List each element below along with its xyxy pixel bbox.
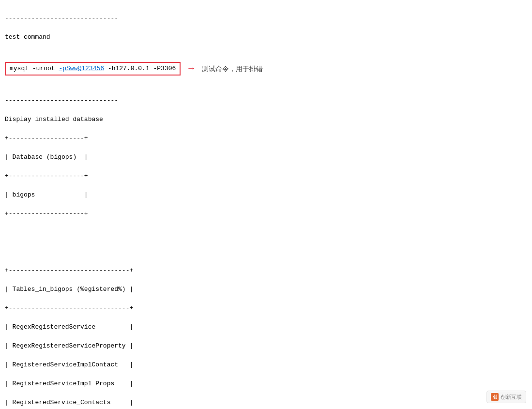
command-box: mysql -uroot -pSww@123456 -h127.0.0.1 -P…	[5, 62, 181, 76]
tables-row-4: | RegisteredServiceImpl_Props |	[5, 380, 133, 387]
tables-header: | Tables_in_bigops (%egistered%) |	[5, 286, 133, 293]
tables-sep: +--------------------------------+	[5, 304, 133, 312]
watermark: 创 创新互联	[486, 391, 526, 403]
tables-row-5: | RegisteredService_Contacts |	[5, 399, 133, 406]
command-prefix: mysql -uroot	[10, 65, 59, 72]
test-command-label: test command	[5, 33, 50, 41]
display-db-label: Display installed database	[5, 116, 103, 123]
db-table-header: | Database (bigops) |	[5, 153, 88, 161]
db-table-border-bot: +--------------------+	[5, 210, 88, 217]
terminal-output: ------------------------------ test comm…	[0, 0, 532, 409]
command-suffix: -h127.0.0.1 -P3306	[104, 65, 176, 72]
right-arrow-icon: →	[188, 61, 194, 76]
divider-2: ------------------------------	[5, 97, 118, 104]
tables-row-3: | RegisteredServiceImplContact |	[5, 361, 133, 368]
command-link: -pSww@123456	[59, 65, 104, 72]
divider-top: ------------------------------	[5, 15, 118, 22]
db-table-sep: +--------------------+	[5, 172, 88, 180]
command-row: mysql -uroot -pSww@123456 -h127.0.0.1 -P…	[5, 61, 527, 76]
watermark-logo-icon: 创	[491, 393, 499, 401]
db-table-border-top: +--------------------+	[5, 135, 88, 142]
tables-border-top: +--------------------------------+	[5, 267, 133, 274]
watermark-label: 创新互联	[501, 394, 522, 401]
annotation-text: 测试命令，用于排错	[202, 64, 263, 74]
tables-row-2: | RegexRegisteredServiceProperty |	[5, 342, 133, 349]
tables-row-1: | RegexRegisteredService |	[5, 323, 133, 331]
db-table-row: | bigops |	[5, 191, 88, 198]
